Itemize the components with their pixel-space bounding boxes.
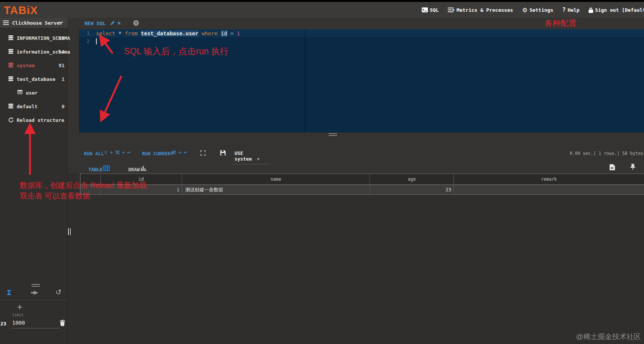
terminal-icon (422, 7, 428, 13)
annotation-run-note: SQL 输入后，点击run 执行 (124, 46, 228, 57)
editor-result-splitter[interactable] (329, 133, 337, 136)
line-number-1: 1 (79, 30, 90, 36)
result-table-row[interactable]: 1 测试创建一条数据 23 (80, 185, 644, 195)
sql-keyword-from: from (125, 30, 141, 36)
watermark: @稀土掘金技术社区 (576, 332, 641, 342)
add-parameter-button[interactable]: + (17, 303, 23, 311)
question-icon: ? (562, 6, 566, 13)
lock-icon (589, 7, 593, 13)
line-number-2: 2 (79, 38, 90, 44)
cell-age: 23 (370, 185, 453, 194)
pin-icon[interactable] (630, 164, 635, 170)
query-stats: 0.00 sec.| 1 rows.| 58 bytes (570, 151, 643, 156)
menu-help[interactable]: ? Help (562, 6, 579, 13)
sql-column-name: id (221, 30, 227, 36)
top-menu: SQL Metrics & Processes ⚙ Settings ? Hel… (422, 2, 644, 18)
sidebar-item-test-database[interactable]: test_database 1 (0, 75, 68, 84)
database-icon (8, 49, 13, 54)
database-icon (8, 76, 13, 81)
chevron-down-icon (59, 21, 63, 24)
column-header-age[interactable]: age (370, 174, 453, 185)
column-header-remark[interactable]: remark (453, 174, 644, 185)
cell-remark (453, 185, 644, 194)
menu-metrics-processes[interactable]: Metrics & Processes (448, 7, 513, 13)
dropdown-arrow-icon: ▾ (257, 156, 259, 162)
result-table: id name age remark 1 测试创建一条数据 23 (80, 174, 644, 195)
edit-pencil-icon[interactable] (109, 21, 115, 26)
sidebar-item-information-schema-upper[interactable]: INFORMATION_SCHEMA 14 (0, 34, 68, 43)
table-view-icon[interactable] (103, 166, 110, 171)
hamburger-icon (3, 21, 9, 25)
sidebar-footer-divider (0, 300, 68, 300)
column-header-name[interactable]: name (182, 174, 370, 185)
menu-sql[interactable]: SQL (422, 7, 439, 13)
limit-input[interactable] (11, 319, 60, 328)
sql-table-name: test_database.user (141, 30, 198, 36)
add-tab-button[interactable]: + (133, 20, 139, 26)
sidebar-main-splitter[interactable] (68, 228, 72, 237)
sidebar-item-default[interactable]: default 0 (0, 103, 68, 111)
run-current-button[interactable]: RUN CURRENT (142, 151, 173, 156)
metrics-list-icon (448, 8, 455, 13)
row-count-badge: 23 (0, 321, 6, 327)
annotation-reload-note: 数据库，创建后点击 Reload 重新加载 (20, 180, 147, 191)
sidebar-item-information-schema-lower[interactable]: information_schema 14 (0, 48, 68, 56)
menu-sign-out[interactable]: Sign out [Default] (589, 7, 644, 13)
database-icon (8, 63, 13, 68)
sidebar-panel-splitter[interactable] (31, 284, 40, 287)
sql-keyword-where: where (198, 30, 221, 36)
server-name: Clickhouse Server (12, 20, 63, 26)
database-icon (8, 104, 13, 109)
sql-operator: = (227, 30, 237, 36)
sql-star: * (118, 30, 125, 36)
text-cursor (96, 38, 97, 44)
use-database-dropdown[interactable]: USE system▾ (232, 149, 270, 164)
annotation-dblclick-note: 双击表 可以查看数据 (20, 191, 90, 201)
reload-icon (8, 117, 14, 123)
export-file-icon[interactable] (609, 164, 615, 170)
chart-bars-icon[interactable] (140, 165, 147, 171)
gear-icon: ⚙ (522, 6, 527, 14)
tab-draw-view[interactable]: DRAW (128, 167, 140, 172)
sidebar-item-reload-structure[interactable]: Reload structure (0, 116, 68, 125)
tabix-logo: TABiX (4, 4, 38, 17)
tab-new-sql[interactable]: NEW SQL (85, 21, 105, 26)
run-all-button[interactable]: RUN ALL (84, 151, 104, 156)
history-icon[interactable]: ↺ (55, 288, 61, 296)
tab-table-view[interactable]: TABLE (88, 167, 103, 172)
sql-value: 1 (237, 30, 240, 36)
menu-settings[interactable]: ⚙ Settings (522, 6, 553, 14)
annotation-config: 各种配置 (545, 18, 576, 28)
fullscreen-icon[interactable] (200, 150, 206, 156)
table-grid-icon (17, 90, 22, 94)
server-selector[interactable]: Clickhouse Server (0, 18, 68, 28)
cell-name: 测试创建一条数据 (182, 185, 370, 194)
sidebar-item-table-user[interactable]: user (0, 89, 68, 97)
run-all-shortcut: ⇧ + ⌘ + ↵ (104, 150, 131, 155)
send-icon[interactable] (31, 290, 39, 295)
save-icon[interactable] (220, 150, 226, 156)
tabix-app: TABiX SQL Metrics & Processes ⚙ Settings… (0, 0, 644, 344)
sidebar-item-system[interactable]: system 91 (0, 62, 68, 70)
trash-icon[interactable] (60, 320, 65, 326)
run-current-shortcut: ⌘ + ↵ (172, 150, 188, 155)
result-table-header-row: id name age remark (80, 174, 644, 185)
database-icon (8, 35, 13, 40)
limit-field-label: limit (12, 313, 24, 317)
sql-keyword-select: select (96, 30, 118, 36)
editor-print-margin (305, 29, 305, 133)
sql-editor[interactable] (79, 29, 644, 133)
close-tab-icon[interactable]: × (117, 19, 121, 27)
sigma-aggregate-icon[interactable]: Σ (7, 289, 11, 297)
sql-code-line: select * from test_database.user where i… (96, 30, 240, 36)
top-bar: TABiX SQL Metrics & Processes ⚙ Settings… (0, 2, 644, 18)
